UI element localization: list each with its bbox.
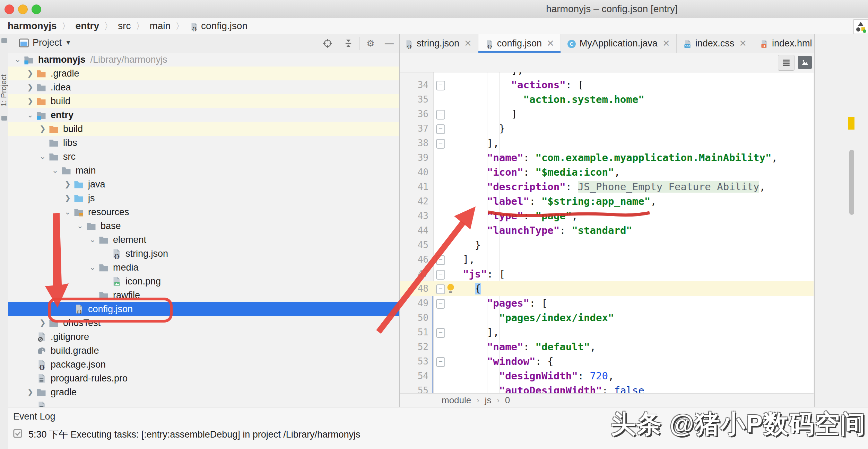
code-line-50[interactable]: 50 "pages/index/index"	[400, 310, 814, 325]
code-line-53[interactable]: 53− "window": {	[400, 354, 814, 369]
fold-marker-icon[interactable]: −	[436, 299, 445, 309]
code-view-toggle-icon[interactable]	[778, 55, 795, 71]
code-line-48[interactable]: 48− {	[400, 281, 814, 296]
code-line-40[interactable]: 40 "icon": "$media:icon",	[400, 165, 814, 179]
project-stripe-button[interactable]: 1: Project	[0, 64, 8, 116]
fold-marker-icon[interactable]: −	[436, 139, 445, 149]
tree-item-.gradle[interactable]: ❯ .gradle	[8, 67, 399, 80]
tree-item-entry[interactable]: ⌄ entry	[8, 108, 399, 122]
hide-panel-icon[interactable]: —	[384, 38, 394, 49]
tree-item-resources[interactable]: ⌄ resources	[8, 205, 399, 219]
chevron-right-icon[interactable]: ❯	[24, 97, 36, 106]
chevron-down-icon[interactable]: ⌄	[49, 166, 61, 175]
preview-view-toggle-icon[interactable]	[798, 56, 812, 69]
chevron-down-icon[interactable]: ⌄	[87, 235, 98, 244]
breadcrumb-item[interactable]: src	[118, 20, 131, 32]
breadcrumb-item[interactable]: entry	[76, 20, 99, 32]
error-stripe-warning-mark[interactable]	[848, 117, 854, 130]
code-line-34[interactable]: 34− "actions": [	[400, 78, 814, 92]
tab-index.css[interactable]: CSS index.css ✕	[677, 34, 753, 53]
tree-item-clipped[interactable]	[8, 399, 399, 407]
tree-item-gradle[interactable]: ❯ gradle	[8, 385, 399, 399]
close-tab-icon[interactable]: ✕	[547, 38, 554, 49]
minimize-window-icon[interactable]	[18, 5, 28, 14]
chevron-down-icon[interactable]: ⌄	[37, 152, 49, 161]
code-line-47[interactable]: 47− "js": [	[400, 267, 814, 281]
gear-icon[interactable]: ⚙	[365, 38, 376, 49]
chevron-down-icon[interactable]: ⌄	[24, 111, 36, 120]
editor-breadcrumb-js[interactable]: js	[485, 395, 492, 406]
tree-item-icon.png[interactable]: icon.png	[8, 274, 399, 288]
code-editor[interactable]: ],34− "actions": [35 "action.system.home…	[400, 72, 814, 393]
editor-breadcrumb-module[interactable]: module	[442, 395, 471, 406]
code-line-41[interactable]: 41 "description": JS_Phone_Empty Feature…	[400, 179, 814, 194]
code-line-52[interactable]: 52 "name": "default",	[400, 340, 814, 354]
tab-config.json[interactable]: {} config.json ✕	[478, 34, 561, 53]
chevron-right-icon[interactable]: ❯	[24, 388, 36, 397]
fold-marker-icon[interactable]: −	[436, 124, 445, 134]
tree-item-base[interactable]: ⌄ base	[8, 219, 399, 233]
folder-stripe-icon[interactable]	[1, 116, 7, 121]
code-line-partial[interactable]: ],	[400, 72, 814, 78]
tree-item-.gitignore[interactable]: .gitignore	[8, 330, 399, 344]
chevron-right-icon[interactable]: ❯	[62, 180, 73, 189]
chevron-down-icon[interactable]: ⌄	[74, 221, 86, 230]
editor-breadcrumb-0[interactable]: 0	[505, 395, 510, 406]
locate-file-icon[interactable]	[322, 38, 333, 49]
tree-item-proguard-rules.pro[interactable]: proguard-rules.pro	[8, 371, 399, 385]
code-line-45[interactable]: 45 }	[400, 238, 814, 252]
tree-item-.idea[interactable]: ❯ .idea	[8, 80, 399, 94]
tree-item-js[interactable]: ❯ js	[8, 191, 399, 205]
chevron-right-icon[interactable]: ❯	[37, 318, 49, 327]
tree-item-main[interactable]: ⌄ main	[8, 164, 399, 177]
tool-window-icon[interactable]	[1, 38, 7, 43]
chevron-right-icon[interactable]: ❯	[62, 194, 73, 203]
tree-item-build.gradle[interactable]: build.gradle	[8, 344, 399, 358]
fold-marker-icon[interactable]: −	[436, 357, 445, 367]
code-line-35[interactable]: 35 "action.system.home"	[400, 92, 814, 107]
code-line-54[interactable]: 54 "designWidth": 720,	[400, 369, 814, 383]
tree-item-java[interactable]: ❯ java	[8, 177, 399, 191]
breadcrumb-item[interactable]: main	[149, 20, 171, 32]
project-tree[interactable]: ⌄ harmonyjs/Library/harmonyjs❯ .gradle❯ …	[8, 53, 399, 407]
tree-item-string.json[interactable]: {} string.json	[8, 247, 399, 261]
fold-marker-icon[interactable]: −	[436, 284, 445, 294]
code-line-37[interactable]: 37− }	[400, 121, 814, 136]
tree-item-element[interactable]: ⌄ element	[8, 233, 399, 247]
code-line-44[interactable]: 44 "launchType": "standard"	[400, 223, 814, 238]
fold-marker-icon[interactable]: −	[436, 270, 445, 280]
breadcrumb-file[interactable]: {}config.json	[189, 20, 248, 32]
fold-marker-icon[interactable]: −	[436, 328, 445, 338]
close-tab-icon[interactable]: ✕	[662, 38, 670, 49]
tab-MyApplication.java[interactable]: C MyApplication.java ✕	[561, 34, 677, 53]
chevron-right-icon[interactable]: ❯	[37, 124, 49, 133]
tree-item-package.json[interactable]: {} package.json	[8, 358, 399, 371]
fold-marker-icon[interactable]: −	[436, 81, 445, 90]
tree-item-harmonyjs[interactable]: ⌄ harmonyjs/Library/harmonyjs	[8, 53, 399, 67]
code-line-46[interactable]: 46− ],	[400, 252, 814, 267]
tree-item-src[interactable]: ⌄ src	[8, 150, 399, 164]
tree-item-libs[interactable]: libs	[8, 136, 399, 150]
project-view-selector[interactable]: Project ▼	[19, 37, 71, 48]
fold-marker-icon[interactable]: −	[436, 110, 445, 120]
fold-marker-icon[interactable]: −	[436, 255, 445, 265]
event-log-button[interactable]: Event Log	[13, 407, 55, 425]
tree-item-rawfile[interactable]: rawfile	[8, 288, 399, 302]
chevron-down-icon[interactable]: ⌄	[62, 208, 73, 217]
close-window-icon[interactable]	[5, 5, 14, 14]
tree-item-build[interactable]: ❯ build	[8, 122, 399, 136]
code-line-42[interactable]: 42 "label": "$string:app_name",	[400, 194, 814, 209]
collapse-all-icon[interactable]	[343, 38, 354, 49]
tree-item-media[interactable]: ⌄ media	[8, 261, 399, 274]
chevron-down-icon[interactable]: ⌄	[87, 263, 98, 272]
chevron-down-icon[interactable]: ⌄	[12, 55, 24, 64]
code-line-49[interactable]: 49− "pages": [	[400, 296, 814, 310]
code-line-55[interactable]: 55 "autoDesignWidth": false	[400, 383, 814, 393]
tree-item-build[interactable]: ❯ build	[8, 94, 399, 108]
chevron-right-icon[interactable]: ❯	[24, 69, 36, 78]
tree-item-ohosTest[interactable]: ❯ ohosTest	[8, 316, 399, 330]
tab-string.json[interactable]: {} string.json ✕	[398, 34, 478, 53]
code-line-36[interactable]: 36− ]	[400, 107, 814, 121]
chevron-right-icon[interactable]: ❯	[24, 83, 36, 92]
close-tab-icon[interactable]: ✕	[739, 38, 747, 49]
